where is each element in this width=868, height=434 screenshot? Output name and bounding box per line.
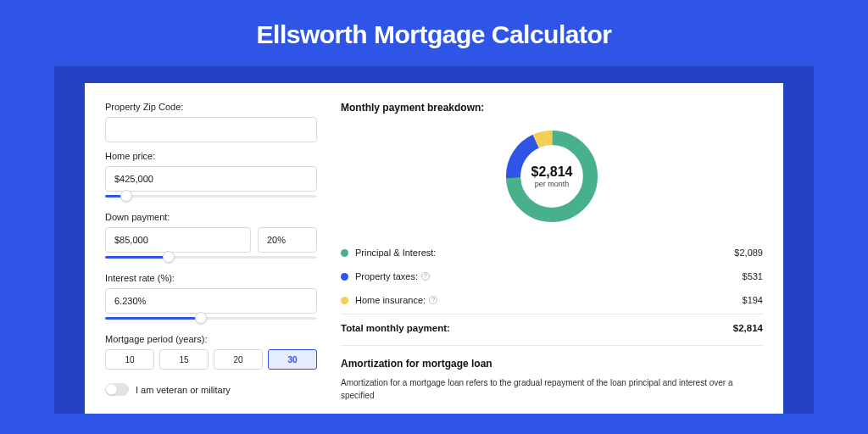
legend-label: Home insurance:? [355, 295, 743, 305]
legend-row: Principal & Interest:$2,089 [341, 241, 763, 264]
zip-label: Property Zip Code: [105, 102, 317, 112]
donut-total: $2,814 [531, 164, 573, 180]
breakdown-heading: Monthly payment breakdown: [341, 102, 763, 114]
breakdown-column: Monthly payment breakdown: $2,814 per mo… [341, 102, 763, 414]
interest-rate-label: Interest rate (%): [105, 273, 317, 283]
form-column: Property Zip Code: Home price: Down paym… [105, 102, 317, 414]
slider-thumb[interactable] [163, 251, 175, 263]
down-payment-pct-input[interactable] [258, 227, 317, 253]
legend-label: Principal & Interest: [355, 248, 734, 258]
amortization-heading: Amortization for mortgage loan [341, 345, 763, 370]
down-payment-slider[interactable] [105, 254, 317, 264]
interest-rate-input[interactable] [105, 288, 317, 314]
legend-dot [341, 297, 348, 304]
slider-thumb[interactable] [195, 312, 207, 324]
legend-label: Property taxes:? [355, 271, 743, 281]
amortization-body: Amortization for a mortgage loan refers … [341, 376, 763, 402]
legend-value: $194 [743, 295, 763, 305]
home-price-label: Home price: [105, 151, 317, 161]
period-option-20[interactable]: 20 [214, 349, 263, 370]
period-option-10[interactable]: 10 [105, 349, 154, 370]
legend: Principal & Interest:$2,089Property taxe… [341, 241, 763, 312]
total-amount: $2,814 [733, 323, 763, 333]
down-payment-label: Down payment: [105, 212, 317, 222]
legend-value: $531 [743, 271, 763, 281]
total-label: Total monthly payment: [341, 323, 450, 333]
slider-thumb[interactable] [120, 190, 132, 202]
legend-dot [341, 249, 348, 257]
mortgage-period-label: Mortgage period (years): [105, 334, 317, 344]
slider-fill [105, 256, 169, 259]
calculator-card: Property Zip Code: Home price: Down paym… [85, 83, 783, 414]
total-row: Total monthly payment: $2,814 [341, 314, 763, 342]
down-payment-input[interactable] [105, 227, 251, 253]
legend-row: Home insurance:?$194 [341, 288, 763, 312]
home-price-input[interactable] [105, 166, 317, 192]
legend-row: Property taxes:?$531 [341, 264, 763, 288]
donut-center: $2,814 per month [501, 125, 603, 227]
veteran-toggle-label: I am veteran or military [136, 385, 231, 395]
period-option-30[interactable]: 30 [268, 349, 317, 370]
slider-fill [105, 317, 201, 320]
header-backdrop: Property Zip Code: Home price: Down paym… [54, 66, 814, 414]
slider-track [105, 195, 317, 198]
period-option-15[interactable]: 15 [159, 349, 209, 370]
page-title: Ellsworth Mortgage Calculator [0, 0, 868, 66]
zip-input[interactable] [105, 117, 317, 142]
mortgage-period-group: 10152030 [105, 349, 317, 370]
veteran-toggle[interactable] [105, 383, 129, 396]
info-icon[interactable]: ? [421, 272, 430, 281]
donut-subtitle: per month [535, 180, 570, 188]
donut-chart: $2,814 per month [341, 120, 763, 237]
interest-rate-slider[interactable] [105, 315, 317, 326]
home-price-slider[interactable] [105, 193, 317, 203]
info-icon[interactable]: ? [429, 296, 437, 304]
legend-dot [341, 273, 348, 281]
legend-value: $2,089 [734, 248, 763, 258]
